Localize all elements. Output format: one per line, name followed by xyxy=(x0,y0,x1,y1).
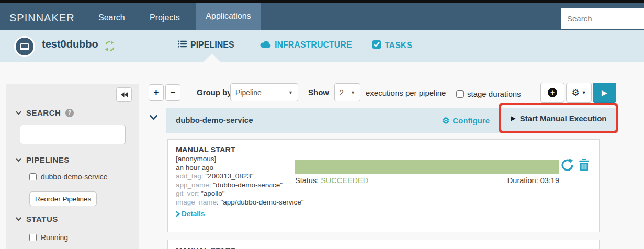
brand-logo: SPINNAKER xyxy=(9,12,75,24)
execution-card: MANUAL START xyxy=(167,240,600,249)
status-section-header[interactable]: STATUS xyxy=(16,214,58,223)
start-manual-execution-link[interactable]: ▶ Start Manual Execution xyxy=(501,103,616,133)
execution-card: MANUAL START [anonymous] an hour ago add… xyxy=(167,139,600,232)
redo-icon xyxy=(561,159,574,172)
execution-trigger: MANUAL START xyxy=(176,145,321,155)
chevron-right-icon xyxy=(176,211,180,217)
pipeline-filter-dubbo-demo-service[interactable]: dubbo-demo-service xyxy=(29,173,108,181)
duration-value: 03:19 xyxy=(540,176,559,185)
nav-item-search[interactable]: Search xyxy=(98,13,125,22)
play-icon: ▶ xyxy=(511,115,515,122)
status-label: Status: xyxy=(295,176,319,185)
configure-pipeline-link[interactable]: ⚙ Configure xyxy=(442,116,490,126)
execution-trigger: MANUAL START xyxy=(176,246,235,249)
show-count-select[interactable]: 2 ▼ xyxy=(334,83,360,101)
refresh-application-icon[interactable] xyxy=(105,41,115,53)
search-section-label: SEARCH xyxy=(26,108,61,117)
application-header: test0dubbo PIPELINES xyxy=(0,30,644,62)
rerun-execution-icon[interactable] xyxy=(561,159,574,172)
executions-per-pipeline-text: executions per pipeline xyxy=(366,88,446,97)
execution-param: image_name"app/dubbo-demo-service" xyxy=(176,198,321,207)
group-by-label: Group by xyxy=(197,88,232,97)
pipeline-checkbox[interactable] xyxy=(29,173,37,180)
delete-execution-icon[interactable] xyxy=(579,159,590,171)
check-square-icon xyxy=(372,40,381,51)
caret-down-icon: ▼ xyxy=(582,90,586,95)
plus-circle-icon: + xyxy=(548,88,557,97)
stage-durations-checkbox[interactable] xyxy=(456,90,464,98)
execution-status-row: Status:SUCCEEDED Duration:03:19 xyxy=(295,176,559,185)
cloud-icon xyxy=(260,40,271,50)
help-icon[interactable]: ? xyxy=(65,109,74,117)
search-section-header[interactable]: SEARCH ? xyxy=(16,108,74,117)
status-value: SUCCEEDED xyxy=(321,176,368,185)
pipelines-section-label: PIPELINES xyxy=(26,155,70,164)
show-count-value: 2 xyxy=(340,88,344,97)
start-manual-execution-label: Start Manual Execution xyxy=(520,114,607,123)
status-checkbox-label: Running xyxy=(41,233,68,242)
tab-infrastructure-label: INFRASTRUCTURE xyxy=(275,40,352,50)
execution-duration: Duration:03:19 xyxy=(507,176,559,185)
tab-infrastructure[interactable]: INFRASTRUCTURE xyxy=(260,40,352,50)
top-navbar: SPINNAKER Search Projects Applications xyxy=(0,0,644,30)
details-label: Details xyxy=(182,210,205,219)
execution-param: git_ver"apollo" xyxy=(176,189,321,198)
nav-item-applications[interactable]: Applications xyxy=(196,3,261,30)
app-window-icon xyxy=(20,43,29,50)
gear-icon: ⚙ xyxy=(442,116,449,126)
details-link[interactable]: Details xyxy=(176,210,321,219)
play-icon: ▶ xyxy=(602,88,607,97)
pipelines-section-header[interactable]: PIPELINES xyxy=(16,155,70,164)
tab-pipelines-label: PIPELINES xyxy=(190,40,234,50)
execution-status: Status:SUCCEEDED xyxy=(295,176,368,185)
reorder-pipelines-button[interactable]: Reorder Pipelines xyxy=(29,191,97,206)
caret-down-icon: ▼ xyxy=(351,90,355,95)
chevron-down-icon xyxy=(16,111,21,115)
status-filter-running[interactable]: Running xyxy=(29,233,68,242)
pipeline-group-title: dubbo-demo-service xyxy=(176,116,253,124)
stage-durations-label: stage durations xyxy=(467,89,521,98)
double-left-icon xyxy=(121,92,128,97)
spinnaker-app: SPINNAKER Search Projects Applications t… xyxy=(0,0,644,249)
stage-durations-toggle[interactable]: stage durations xyxy=(456,89,521,98)
global-search-input[interactable] xyxy=(561,8,644,29)
nav-item-projects[interactable]: Projects xyxy=(150,13,180,22)
show-label: Show xyxy=(308,88,329,97)
group-by-select[interactable]: Pipeline ▼ xyxy=(230,83,298,101)
pipeline-checkbox-label: dubbo-demo-service xyxy=(41,173,108,181)
tab-tasks[interactable]: TASKS xyxy=(372,40,412,51)
gear-icon: ⚙ xyxy=(571,87,579,98)
list-icon xyxy=(178,40,187,50)
filters-sidebar: SEARCH ? PIPELINES dubbo-demo-service Re… xyxy=(6,84,139,249)
pipeline-actions-button[interactable]: ⚙ ▼ xyxy=(566,83,592,103)
group-by-value: Pipeline xyxy=(235,88,262,97)
nav-item-applications-label: Applications xyxy=(206,12,251,21)
application-title: test0dubbo xyxy=(42,38,98,50)
create-pipeline-button[interactable]: + xyxy=(540,83,564,103)
active-tab-notch xyxy=(204,54,220,62)
expand-executions-button[interactable]: + xyxy=(149,84,164,101)
status-checkbox[interactable] xyxy=(29,234,37,241)
execution-progress-bar[interactable] xyxy=(295,160,559,174)
application-icon xyxy=(14,36,35,57)
configure-label: Configure xyxy=(453,116,490,125)
group-collapse-chevron-icon[interactable] xyxy=(150,115,157,120)
tab-tasks-label: TASKS xyxy=(385,41,412,50)
collapse-executions-button[interactable]: − xyxy=(165,84,180,101)
pipeline-filter-input[interactable] xyxy=(20,124,126,144)
start-execution-button[interactable]: ▶ xyxy=(593,83,616,103)
collapse-sidebar-button[interactable] xyxy=(116,87,132,102)
tab-pipelines[interactable]: PIPELINES xyxy=(178,40,234,50)
status-section-label: STATUS xyxy=(26,214,58,223)
duration-label: Duration: xyxy=(507,176,538,185)
chevron-down-icon xyxy=(16,158,21,162)
caret-down-icon: ▼ xyxy=(288,90,293,95)
trash-icon xyxy=(579,159,590,171)
chevron-down-icon xyxy=(16,217,21,221)
